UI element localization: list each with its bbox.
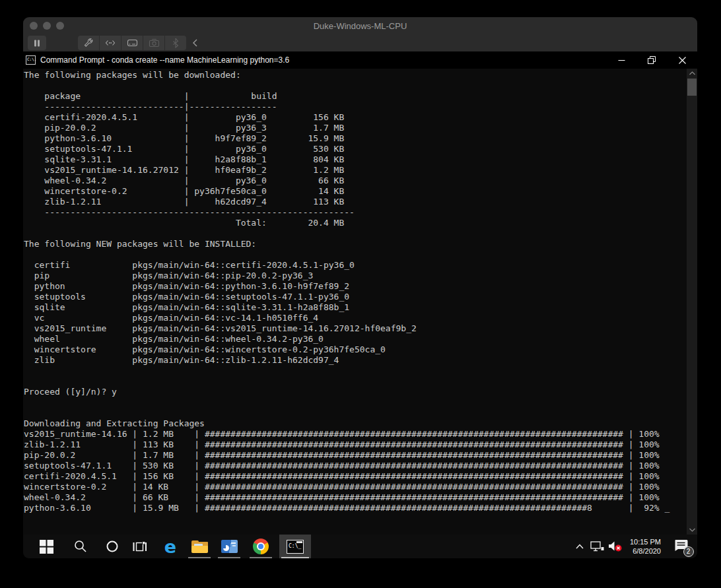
terminal-output: The following packages will be downloade… bbox=[24, 70, 670, 513]
restore-button[interactable] bbox=[636, 51, 667, 69]
search-icon bbox=[74, 540, 87, 553]
pause-icon bbox=[34, 40, 40, 47]
running-indicator bbox=[188, 557, 211, 558]
tray-overflow-button[interactable] bbox=[572, 535, 587, 558]
presentation-app-icon bbox=[221, 540, 238, 553]
task-view-button[interactable] bbox=[127, 535, 153, 558]
vm-window-title: Duke-Windows-ML-CPU bbox=[23, 21, 697, 31]
close-icon bbox=[679, 57, 686, 64]
chrome-icon bbox=[253, 539, 269, 554]
cortana-button[interactable] bbox=[99, 535, 125, 558]
hard-drive-icon bbox=[127, 38, 138, 48]
vm-window: Duke-Windows-ML-CPU bbox=[23, 17, 697, 558]
chevron-up-icon bbox=[576, 544, 584, 549]
window-controls bbox=[606, 51, 697, 69]
taskbar-item-edge[interactable]: e bbox=[157, 535, 184, 558]
command-prompt-icon-glyph: C:\_ bbox=[289, 543, 301, 549]
scroll-up-button[interactable] bbox=[687, 69, 697, 78]
active-indicator bbox=[281, 557, 309, 558]
tray-time: 10:15 PM bbox=[620, 537, 661, 546]
chevron-down-icon bbox=[689, 528, 695, 532]
chevron-up-icon bbox=[689, 71, 695, 75]
wrench-icon bbox=[83, 38, 94, 48]
close-button[interactable] bbox=[667, 51, 697, 69]
cmd-window-icon: C:\. bbox=[26, 55, 36, 65]
start-button[interactable] bbox=[33, 535, 59, 558]
angle-brackets-icon bbox=[104, 38, 116, 48]
restore-icon bbox=[648, 56, 656, 64]
action-center-button[interactable]: 2 bbox=[666, 535, 695, 558]
minimize-button[interactable] bbox=[606, 51, 636, 69]
taskbar-search-button[interactable] bbox=[67, 535, 94, 558]
cmd-window-title: Command Prompt - conda create --name Mac… bbox=[40, 55, 289, 65]
vm-snapshots-button[interactable] bbox=[100, 36, 121, 50]
collapse-chevron-icon bbox=[191, 38, 198, 48]
taskbar-clock[interactable]: 10:15 PM 6/8/2020 bbox=[620, 535, 661, 558]
vm-settings-button[interactable] bbox=[78, 36, 99, 50]
bluetooth-icon bbox=[171, 38, 180, 48]
cmd-titlebar[interactable]: C:\. Command Prompt - conda create --nam… bbox=[23, 51, 697, 69]
taskbar: e C:\_ bbox=[23, 535, 697, 558]
camera-icon bbox=[149, 38, 160, 48]
vm-harddisk-button[interactable] bbox=[121, 36, 143, 50]
taskbar-item-file-explorer[interactable] bbox=[186, 535, 213, 558]
vm-camera-button[interactable] bbox=[143, 36, 164, 50]
command-prompt-icon: C:\_ bbox=[287, 540, 304, 554]
taskbar-item-command-prompt[interactable]: C:\_ bbox=[279, 535, 311, 558]
toolbar-collapse-button[interactable] bbox=[191, 36, 198, 50]
running-indicator bbox=[250, 557, 272, 558]
taskbar-item-chrome[interactable] bbox=[248, 535, 274, 558]
tray-date: 6/8/2020 bbox=[620, 546, 661, 556]
vm-titlebar: Duke-Windows-ML-CPU bbox=[23, 17, 697, 51]
scrollbar-thumb[interactable] bbox=[687, 79, 697, 96]
cmd-window-icon-glyph: C:\. bbox=[27, 57, 36, 61]
file-explorer-icon bbox=[191, 540, 208, 553]
running-indicator bbox=[218, 557, 240, 558]
terminal[interactable]: The following packages will be downloade… bbox=[23, 69, 697, 535]
scroll-down-button[interactable] bbox=[687, 525, 697, 535]
minimize-icon bbox=[618, 57, 625, 64]
terminal-scrollbar[interactable] bbox=[687, 69, 697, 535]
pause-vm-button[interactable] bbox=[28, 36, 46, 50]
edge-icon: e bbox=[164, 538, 176, 556]
network-status-button[interactable] bbox=[588, 535, 605, 558]
vm-toolbar bbox=[23, 34, 697, 51]
windows-start-icon bbox=[40, 540, 53, 554]
cortana-icon bbox=[106, 540, 119, 553]
task-view-icon bbox=[133, 540, 147, 553]
vm-bluetooth-button[interactable] bbox=[165, 36, 186, 50]
notification-count-badge: 2 bbox=[683, 546, 694, 557]
ethernet-network-icon bbox=[590, 541, 604, 552]
taskbar-item-presentation-app[interactable] bbox=[216, 535, 242, 558]
